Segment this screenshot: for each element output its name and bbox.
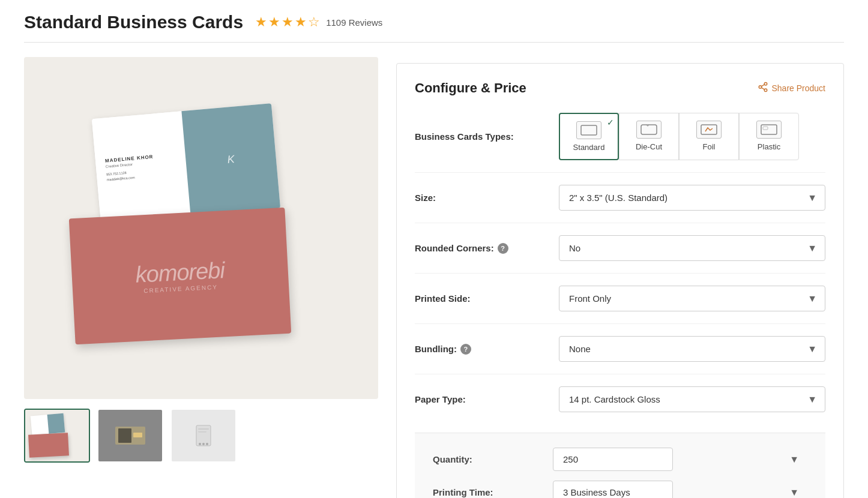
thumb-mini-white: [31, 413, 65, 436]
bundling-control: None Rubber Band Box ▼: [559, 336, 825, 362]
printed-side-select[interactable]: Front Only Front & Back: [559, 286, 825, 311]
configure-box: Configure & Price Share Product Busine: [396, 63, 844, 498]
page-container: Standard Business Cards ★★★★☆ 1109 Revie…: [0, 0, 868, 498]
thumb3-image: [172, 410, 235, 461]
rounded-corners-row: Rounded Corners: ? No Yes ▼: [415, 235, 825, 274]
share-icon: [758, 82, 768, 95]
svg-rect-2: [133, 433, 142, 437]
quantity-control: 100 250 500 1000 2500 ▼: [553, 448, 807, 471]
printing-time-select-wrapper: 3 Business Days 5 Business Days 7 Busine…: [553, 481, 807, 498]
bundling-select[interactable]: None Rubber Band Box: [559, 336, 825, 362]
type-option-diecut[interactable]: Die-Cut: [619, 113, 679, 160]
foil-icon: [696, 121, 722, 139]
size-label: Size:: [415, 193, 559, 203]
card-contact: 953.752.1128maddiek@kca.com: [106, 166, 178, 183]
type-foil-label: Foil: [703, 142, 716, 151]
size-row: Size: 2" x 3.5" (U.S. Standard) 3.5" x 2…: [415, 185, 825, 223]
thumbnail-1[interactable]: [24, 409, 90, 463]
plastic-icon: [756, 121, 782, 139]
thumbnail-3[interactable]: [170, 409, 237, 463]
paper-type-row: Paper Type: 14 pt. Cardstock Gloss 16 pt…: [415, 386, 825, 427]
printing-time-control: 3 Business Days 5 Business Days 7 Busine…: [553, 481, 807, 498]
share-product-label: Share Product: [772, 83, 826, 93]
thumb2-image: [98, 410, 162, 461]
rounded-corners-select-wrapper: No Yes ▼: [559, 235, 825, 261]
thumb-mini-red: [28, 433, 69, 457]
type-diecut-label: Die-Cut: [636, 142, 662, 151]
printed-side-select-wrapper: Front Only Front & Back ▼: [559, 286, 825, 311]
svg-rect-1: [118, 428, 131, 443]
svg-line-13: [761, 85, 764, 86]
type-selector: ✓ Standard Die-Cu: [559, 113, 825, 160]
bundling-label-text: Bundling:: [415, 344, 457, 354]
card-types-row: Business Cards Types: ✓ Standard: [415, 113, 825, 173]
svg-rect-7: [198, 428, 209, 430]
thumb1-image: [25, 410, 89, 461]
main-content: MADELINE KHOR Creative Director 953.752.…: [24, 57, 844, 498]
card-red-mockup: komorebi CREATIVE AGENCY: [69, 208, 291, 345]
quantity-chevron-icon: ▼: [789, 454, 799, 465]
svg-point-4: [199, 443, 201, 445]
printing-time-chevron-icon: ▼: [789, 487, 799, 498]
image-section: MADELINE KHOR Creative Director 953.752.…: [24, 57, 378, 498]
configure-section: Configure & Price Share Product Busine: [396, 57, 844, 498]
quantity-select-wrapper: 100 250 500 1000 2500 ▼: [553, 448, 807, 471]
rating-container: ★★★★☆ 1109 Reviews: [255, 14, 382, 30]
diecut-icon: [636, 121, 662, 139]
rounded-corners-label-text: Rounded Corners:: [415, 243, 494, 253]
reviews-count: 1109 Reviews: [326, 17, 382, 28]
svg-rect-17: [763, 127, 768, 130]
svg-line-12: [761, 88, 764, 89]
bundling-select-wrapper: None Rubber Band Box ▼: [559, 336, 825, 362]
paper-type-select-wrapper: 14 pt. Cardstock Gloss 16 pt. Cardstock …: [559, 386, 825, 412]
size-select-wrapper: 2" x 3.5" (U.S. Standard) 3.5" x 2" (Lan…: [559, 185, 825, 211]
printed-side-label: Printed Side:: [415, 293, 559, 304]
bundling-help-icon[interactable]: ?: [460, 344, 471, 355]
quantity-row: Quantity: 100 250 500 1000 2500: [433, 448, 807, 471]
star-rating: ★★★★☆: [255, 14, 321, 30]
product-header: Standard Business Cards ★★★★☆ 1109 Revie…: [24, 12, 844, 43]
size-control: 2" x 3.5" (U.S. Standard) 3.5" x 2" (Lan…: [559, 185, 825, 211]
type-option-foil[interactable]: Foil: [679, 113, 739, 160]
type-option-plastic[interactable]: Plastic: [739, 113, 799, 160]
share-product-button[interactable]: Share Product: [758, 82, 826, 95]
card-white-mockup: MADELINE KHOR Creative Director 953.752.…: [92, 103, 280, 223]
size-select[interactable]: 2" x 3.5" (U.S. Standard) 3.5" x 2" (Lan…: [559, 185, 825, 211]
type-option-standard[interactable]: ✓ Standard: [559, 113, 619, 160]
quantity-label: Quantity:: [433, 454, 553, 464]
svg-rect-8: [198, 431, 206, 433]
printing-time-row: Printing Time: 3 Business Days 5 Busines…: [433, 481, 807, 498]
paper-type-label: Paper Type:: [415, 394, 559, 404]
printing-time-select[interactable]: 3 Business Days 5 Business Days 7 Busine…: [553, 481, 673, 498]
rounded-corners-label: Rounded Corners: ?: [415, 243, 559, 254]
bundling-row: Bundling: ? None Rubber Band Box ▼: [415, 336, 825, 374]
rounded-corners-help-icon[interactable]: ?: [498, 243, 508, 254]
thumbnails: [24, 409, 378, 463]
bundling-label: Bundling: ?: [415, 344, 559, 355]
printing-time-label: Printing Time:: [433, 487, 553, 497]
card-types-label: Business Cards Types:: [415, 131, 559, 142]
paper-type-control: 14 pt. Cardstock Gloss 16 pt. Cardstock …: [559, 386, 825, 412]
printed-side-row: Printed Side: Front Only Front & Back ▼: [415, 286, 825, 324]
product-title: Standard Business Cards: [24, 12, 243, 32]
type-standard-label: Standard: [573, 143, 605, 152]
printed-side-control: Front Only Front & Back ▼: [559, 286, 825, 311]
standard-icon: [576, 121, 601, 139]
type-check-standard: ✓: [607, 118, 614, 127]
svg-point-6: [206, 443, 208, 445]
paper-type-select[interactable]: 14 pt. Cardstock Gloss 16 pt. Cardstock …: [559, 386, 825, 412]
card-white-left: MADELINE KHOR Creative Director 953.752.…: [92, 111, 191, 223]
rounded-corners-select[interactable]: No Yes: [559, 235, 825, 261]
rounded-corners-control: No Yes ▼: [559, 235, 825, 261]
configure-title: Configure & Price: [415, 80, 526, 96]
card-types-control: ✓ Standard Die-Cu: [559, 113, 825, 160]
card-white-right: K: [181, 103, 280, 215]
quantity-section: Quantity: 100 250 500 1000 2500: [415, 433, 825, 498]
quantity-select[interactable]: 100 250 500 1000 2500: [553, 448, 673, 471]
cards-mockup: MADELINE KHOR Creative Director 953.752.…: [24, 57, 378, 399]
svg-point-5: [202, 443, 205, 445]
type-plastic-label: Plastic: [758, 142, 780, 151]
thumbnail-2[interactable]: [97, 409, 163, 463]
configure-header: Configure & Price Share Product: [415, 80, 825, 96]
svg-rect-14: [581, 125, 597, 135]
